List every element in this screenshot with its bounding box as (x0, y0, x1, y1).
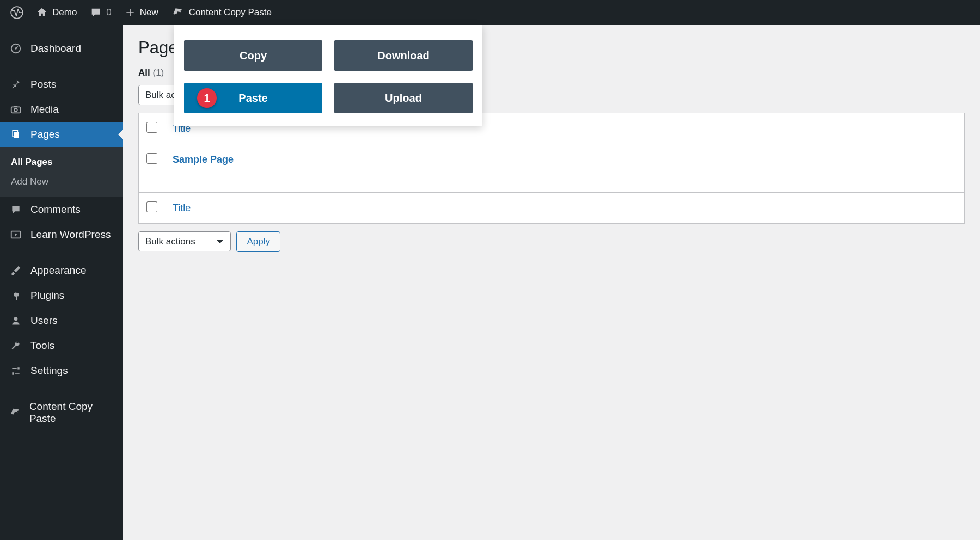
menu-separator (0, 61, 123, 72)
menu-label: Tools (30, 340, 54, 352)
dashboard-icon (9, 42, 23, 54)
sort-title-bottom[interactable]: Title (173, 202, 191, 213)
menu-tools[interactable]: Tools (0, 333, 123, 358)
tag-icon (171, 6, 185, 19)
menu-settings[interactable]: Settings (0, 358, 123, 383)
video-icon (9, 229, 23, 241)
page-link[interactable]: Sample Page (173, 154, 234, 165)
menu-media[interactable]: Media (0, 97, 123, 122)
user-icon (9, 315, 23, 326)
comment-icon (9, 204, 23, 215)
pin-icon (9, 79, 23, 90)
sliders-icon (9, 365, 23, 376)
menu-label: Learn WordPress (30, 229, 111, 241)
submenu-add-new[interactable]: Add New (0, 172, 123, 192)
menu-ccp[interactable]: Content Copy Paste (0, 394, 123, 431)
submenu-all-pages[interactable]: All Pages (0, 152, 123, 172)
paste-label: Paste (238, 92, 267, 105)
wrench-icon (9, 340, 23, 351)
menu-separator (0, 247, 123, 258)
comment-icon (90, 7, 102, 19)
copy-button[interactable]: Copy (184, 40, 322, 71)
wp-logo[interactable] (4, 0, 29, 25)
row-select-cell (139, 144, 166, 193)
menu-comments[interactable]: Comments (0, 197, 123, 222)
row-checkbox[interactable] (146, 153, 157, 164)
filter-all[interactable]: All (138, 68, 150, 78)
row-title-cell: Sample Page (165, 144, 965, 193)
apply-button[interactable]: Apply (236, 231, 280, 252)
home-icon (36, 7, 48, 19)
menu-separator (0, 383, 123, 394)
menu-label: Appearance (30, 265, 86, 277)
plug-icon (9, 290, 23, 301)
bulk-actions-select-bottom[interactable]: Bulk actions (138, 231, 231, 251)
wordpress-icon (10, 5, 24, 20)
new-label: New (140, 7, 158, 18)
menu-plugins[interactable]: Plugins (0, 283, 123, 308)
tag-icon (9, 407, 22, 419)
admin-sidebar: Dashboard Posts Media Pages All Pages Ad… (0, 25, 123, 540)
select-all-checkbox-bottom[interactable] (146, 201, 157, 212)
menu-users[interactable]: Users (0, 308, 123, 333)
menu-label: Comments (30, 204, 81, 216)
menu-dashboard[interactable]: Dashboard (0, 36, 123, 61)
menu-label: Content Copy Paste (29, 401, 114, 425)
select-all-footer (139, 193, 166, 224)
column-title-footer: Title (165, 193, 965, 224)
step-badge: 1 (197, 88, 217, 108)
menu-label: Users (30, 315, 58, 327)
pages-icon (9, 129, 23, 140)
menu-learn-wp[interactable]: Learn WordPress (0, 222, 123, 247)
download-button[interactable]: Download (334, 40, 473, 71)
menu-pages[interactable]: Pages (0, 122, 123, 147)
ccp-toolbar-item[interactable]: Content Copy Paste (165, 0, 278, 25)
site-name: Demo (52, 7, 77, 18)
menu-appearance[interactable]: Appearance (0, 258, 123, 283)
svg-rect-3 (11, 107, 21, 113)
select-all-checkbox[interactable] (146, 122, 157, 133)
upload-button[interactable]: Upload (334, 83, 473, 113)
menu-label: Pages (30, 128, 60, 140)
table-row: Sample Page (139, 144, 965, 193)
filter-count: (1) (152, 68, 164, 78)
comments-bubble[interactable]: 0 (83, 0, 118, 25)
menu-label: Dashboard (30, 42, 81, 54)
svg-point-4 (14, 108, 17, 112)
plus-icon (125, 7, 136, 18)
pages-table: Title Sample Page Title (138, 113, 965, 224)
menu-label: Media (30, 103, 59, 115)
admin-toolbar: Demo 0 New Content Copy Paste (0, 0, 980, 25)
submenu-pages: All Pages Add New (0, 147, 123, 197)
new-content[interactable]: New (118, 0, 165, 25)
svg-point-2 (15, 47, 17, 50)
bulk-actions-wrap-bottom: Bulk actions (138, 231, 231, 251)
paste-button[interactable]: 1 Paste (184, 83, 322, 113)
select-all-header (139, 113, 166, 144)
svg-point-8 (14, 317, 18, 321)
comments-count: 0 (106, 7, 111, 18)
ccp-dropdown-panel: Copy Download 1 Paste Upload (174, 25, 482, 126)
menu-label: Plugins (30, 290, 64, 302)
ccp-label: Content Copy Paste (189, 7, 272, 18)
site-home[interactable]: Demo (29, 0, 83, 25)
bottom-actions: Bulk actions Apply (138, 231, 965, 259)
svg-rect-6 (14, 132, 19, 138)
menu-label: Posts (30, 78, 57, 90)
menu-posts[interactable]: Posts (0, 72, 123, 97)
brush-icon (9, 265, 23, 276)
camera-icon (9, 103, 23, 115)
menu-label: Settings (30, 365, 68, 377)
